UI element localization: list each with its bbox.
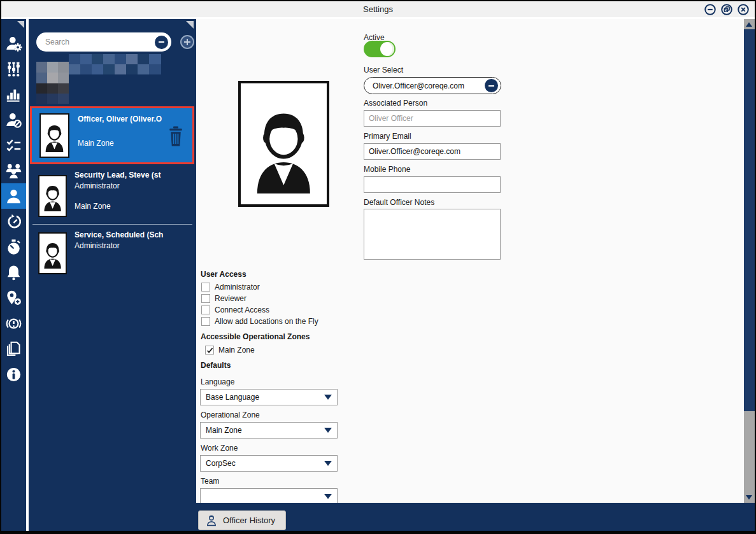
nav-stats-bars[interactable]: [1, 81, 26, 107]
officer-history-button[interactable]: Officer History: [198, 510, 286, 530]
work-zone-dropdown[interactable]: CorpSec: [200, 455, 338, 472]
search-input[interactable]: [45, 38, 155, 46]
avatar-bust-icon: [248, 98, 319, 204]
associated-person-label: Associated Person: [364, 99, 427, 108]
language-value: Base Language: [206, 393, 324, 402]
operational-zone-label: Operational Zone: [201, 411, 260, 419]
nav-team-group[interactable]: [1, 158, 26, 183]
checkbox-box: [201, 294, 210, 303]
add-location-pin-icon: [5, 290, 22, 307]
chevron-down-icon: [324, 461, 332, 466]
plus-icon: [183, 38, 191, 46]
checkbox-label: Reviewer: [215, 294, 246, 303]
team-group-icon: [5, 162, 22, 179]
minimize-icon: [704, 3, 717, 16]
checkbox-main-zone[interactable]: Main Zone: [205, 345, 255, 355]
checkbox-box-checked: [205, 346, 214, 355]
nav-task-checklist[interactable]: [1, 132, 26, 158]
chevron-down-icon: [324, 494, 332, 499]
user-settings-icon: [5, 35, 22, 52]
stats-bars-icon: [5, 86, 22, 103]
nav-timer[interactable]: [1, 209, 26, 234]
avatar: [38, 175, 67, 217]
nav-add-location-pin[interactable]: [1, 285, 26, 311]
user-select-dropdown[interactable]: Oliver.Officer@coreqe.com: [364, 77, 501, 94]
minimize-button[interactable]: [704, 3, 717, 16]
nav-rail: [1, 19, 26, 531]
user-select-value: Oliver.Officer@coreqe.com: [373, 81, 485, 90]
primary-email-label: Primary Email: [364, 132, 411, 141]
timer-icon: [5, 213, 22, 230]
avatar-bust-icon: [41, 237, 64, 273]
scrollbar-thumb[interactable]: [744, 29, 755, 411]
user-name: Officer, Oliver (Oliver.O: [78, 115, 162, 123]
user-role: Administrator: [75, 241, 120, 250]
checkbox-label: Allow add Locations on the Fly: [215, 317, 318, 326]
delete-user-button[interactable]: [167, 126, 185, 146]
nav-stopwatch[interactable]: [1, 234, 26, 260]
panel-corner-handle[interactable]: [186, 21, 194, 29]
alerts-bell-icon: [5, 264, 22, 281]
nav-user-settings[interactable]: [1, 31, 26, 56]
user-select-label: User Select: [364, 66, 403, 74]
checkbox-reviewer[interactable]: Reviewer: [201, 293, 246, 304]
user-item-officer-oliver[interactable]: Officer, Oliver (Oliver.O Main Zone: [30, 106, 194, 164]
user-access-title: User Access: [201, 270, 246, 279]
nav-alerts-bell[interactable]: [1, 260, 26, 285]
stopwatch-icon: [5, 239, 22, 256]
checkbox-box: [201, 306, 210, 314]
checkbox-box: [201, 283, 210, 292]
avatar-bust-icon: [43, 119, 66, 157]
primary-email-field[interactable]: [364, 143, 501, 160]
nav-filter-sliders[interactable]: [1, 56, 26, 81]
nav-incident-alert[interactable]: [1, 311, 26, 336]
active-toggle[interactable]: [364, 41, 396, 57]
scroll-down-icon[interactable]: [746, 495, 752, 500]
user-item-security-lead[interactable]: Security Lead, Steve (st Administrator M…: [29, 167, 196, 221]
user-zone: Main Zone: [75, 202, 111, 211]
language-dropdown[interactable]: Base Language: [200, 389, 338, 405]
user-select-clear-button[interactable]: [485, 79, 498, 92]
accessible-zones-title: Accessible Operational Zones: [201, 332, 310, 341]
checkbox-connect-access[interactable]: Connect Access: [201, 305, 269, 315]
chevron-down-icon: [324, 395, 332, 400]
redacted-user-item[interactable]: [36, 54, 161, 106]
avatar-bust-icon: [41, 180, 64, 216]
mobile-phone-field[interactable]: [364, 176, 501, 193]
work-zone-label: Work Zone: [201, 444, 238, 453]
search-bar: [36, 32, 171, 52]
restore-icon: [720, 3, 733, 16]
work-zone-value: CorpSec: [206, 459, 324, 468]
toggle-knob: [380, 42, 394, 56]
checkbox-administrator[interactable]: Administrator: [201, 282, 260, 292]
nav-info[interactable]: [1, 362, 26, 387]
add-user-button[interactable]: [180, 35, 194, 49]
close-button[interactable]: [737, 3, 750, 16]
avatar: [38, 232, 67, 274]
list-separator: [32, 224, 192, 225]
user-name: Security Lead, Steve (st: [75, 171, 160, 179]
language-label: Language: [201, 377, 234, 386]
settings-window: Settings: [0, 0, 756, 534]
restore-button[interactable]: [720, 3, 733, 16]
default-officer-notes-field[interactable]: [364, 209, 501, 260]
window-controls: [704, 3, 750, 16]
user-item-service-scheduled[interactable]: Service, Scheduled (Sch Administrator: [29, 227, 196, 280]
associated-person-field: [364, 110, 501, 127]
nav-user-disabled[interactable]: [1, 107, 26, 132]
rail-corner-handle[interactable]: [17, 21, 24, 28]
avatar: [39, 113, 69, 158]
nav-reports-copy[interactable]: [1, 336, 26, 362]
operational-zone-dropdown[interactable]: Main Zone: [200, 422, 338, 439]
search-clear-button[interactable]: [155, 36, 168, 49]
officer-history-label: Officer History: [223, 516, 275, 525]
user-disabled-icon: [5, 111, 22, 129]
nav-officer[interactable]: [1, 183, 26, 209]
vertical-scrollbar[interactable]: [744, 19, 755, 503]
redacted-mosaic: [36, 54, 161, 104]
officer-photo: [238, 81, 329, 207]
scroll-up-icon[interactable]: [746, 22, 752, 27]
checkbox-allow-add-locations[interactable]: Allow add Locations on the Fly: [201, 316, 318, 327]
user-zone: Main Zone: [78, 139, 114, 148]
info-icon: [5, 366, 22, 383]
